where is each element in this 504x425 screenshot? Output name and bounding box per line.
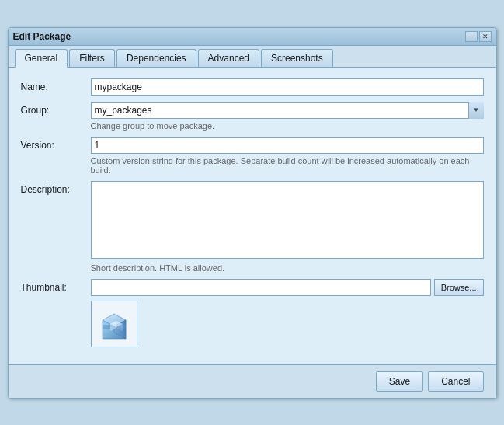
name-row: Name:	[21, 78, 484, 96]
name-label: Name:	[21, 78, 91, 92]
version-label: Version:	[21, 137, 91, 151]
group-select-wrap: my_packages ▼	[91, 102, 484, 119]
tab-bar: General Filters Dependencies Advanced Sc…	[9, 46, 496, 68]
version-input[interactable]	[91, 137, 484, 154]
group-select[interactable]: my_packages	[91, 102, 484, 119]
thumbnail-row: Thumbnail: Browse...	[21, 279, 484, 347]
description-hint: Short description. HTML is allowed.	[91, 263, 484, 273]
edit-package-window: Edit Package ─ ✕ General Filters Depende…	[8, 27, 497, 399]
thumbnail-label: Thumbnail:	[21, 279, 91, 293]
version-row: Version: Custom version string for this …	[21, 137, 484, 175]
thumbnail-field-wrap: Browse...	[91, 279, 484, 347]
description-row: Description: Short description. HTML is …	[21, 181, 484, 273]
group-hint: Change group to move package.	[91, 121, 484, 131]
tab-advanced[interactable]: Advanced	[198, 49, 259, 67]
description-field-wrap: Short description. HTML is allowed.	[91, 181, 484, 273]
name-field-wrap	[91, 78, 484, 96]
version-hint: Custom version string for this package. …	[91, 156, 484, 175]
description-textarea[interactable]	[91, 181, 484, 259]
version-field-wrap: Custom version string for this package. …	[91, 137, 484, 175]
group-row: Group: my_packages ▼ Change group to mov…	[21, 102, 484, 131]
description-label: Description:	[21, 181, 91, 195]
close-button[interactable]: ✕	[479, 31, 492, 42]
browse-wrap: Browse...	[91, 279, 484, 296]
cancel-button[interactable]: Cancel	[428, 371, 483, 392]
title-buttons: ─ ✕	[465, 31, 492, 42]
tab-screenshots[interactable]: Screenshots	[261, 49, 333, 67]
browse-button[interactable]: Browse...	[434, 279, 484, 296]
title-bar: Edit Package ─ ✕	[9, 28, 496, 46]
tab-general[interactable]: General	[15, 49, 68, 68]
name-input[interactable]	[91, 78, 484, 96]
footer: Save Cancel	[9, 364, 496, 398]
window-title: Edit Package	[13, 31, 71, 42]
tab-filters[interactable]: Filters	[69, 49, 115, 67]
tab-dependencies[interactable]: Dependencies	[116, 49, 196, 67]
minimize-button[interactable]: ─	[465, 31, 478, 42]
form-content: Name: Group: my_packages ▼ Change group …	[9, 68, 496, 364]
group-label: Group:	[21, 102, 91, 116]
group-field-wrap: my_packages ▼ Change group to move packa…	[91, 102, 484, 131]
thumbnail-path-input[interactable]	[91, 279, 431, 296]
thumbnail-preview	[91, 301, 137, 347]
package-icon	[95, 305, 134, 343]
save-button[interactable]: Save	[376, 371, 423, 392]
